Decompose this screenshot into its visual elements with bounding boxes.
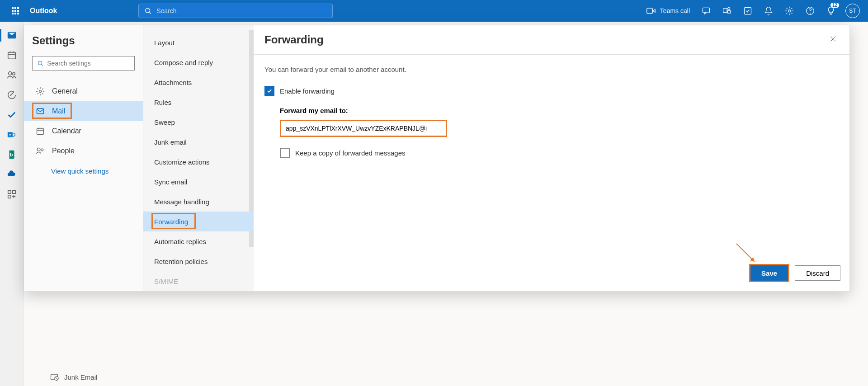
check-icon bbox=[266, 88, 273, 94]
svg-point-8 bbox=[788, 10, 791, 12]
mid-rules[interactable]: Rules bbox=[143, 92, 254, 112]
rail-mail-icon[interactable] bbox=[0, 25, 24, 45]
settings-icon[interactable] bbox=[779, 0, 799, 22]
svg-text:b: b bbox=[10, 152, 13, 157]
rail-todo-icon[interactable] bbox=[0, 105, 24, 125]
settings-search-box[interactable] bbox=[32, 56, 135, 71]
search-input[interactable] bbox=[156, 7, 327, 14]
forward-to-label: Forward my email to: bbox=[280, 107, 839, 114]
mid-sweep[interactable]: Sweep bbox=[143, 112, 254, 132]
close-icon bbox=[830, 35, 837, 42]
rail-people-icon[interactable] bbox=[0, 65, 24, 85]
settings-modal-overlay: Settings General Mail Calendar Peop bbox=[24, 25, 850, 372]
mid-forwarding[interactable]: Forwarding bbox=[143, 212, 254, 231]
rail-onedrive-icon[interactable] bbox=[0, 165, 24, 184]
svg-point-28 bbox=[38, 61, 42, 65]
calendar-icon bbox=[36, 127, 45, 136]
description-text: You can forward your email to another ac… bbox=[264, 66, 839, 73]
rail-apps-icon[interactable] bbox=[0, 184, 24, 204]
chat-icon[interactable] bbox=[696, 0, 716, 22]
save-button[interactable]: Save bbox=[749, 264, 789, 282]
nav-people[interactable]: People bbox=[32, 141, 135, 161]
nav-calendar[interactable]: Calendar bbox=[32, 121, 135, 141]
teams-icon[interactable] bbox=[717, 0, 737, 22]
header-bar: Outlook Teams call 12 ST bbox=[0, 0, 868, 22]
app-launcher-button[interactable] bbox=[5, 0, 26, 22]
svg-line-1 bbox=[150, 12, 151, 14]
svg-point-30 bbox=[39, 90, 42, 93]
rail-files-icon[interactable] bbox=[0, 85, 24, 105]
mid-attachments[interactable]: Attachments bbox=[143, 72, 254, 92]
app-name-label: Outlook bbox=[30, 7, 57, 15]
todo-icon[interactable] bbox=[738, 0, 758, 22]
mid-auto-replies[interactable]: Automatic replies bbox=[143, 231, 254, 251]
search-icon bbox=[144, 7, 152, 15]
mid-customize[interactable]: Customize actions bbox=[143, 152, 254, 172]
svg-point-6 bbox=[728, 8, 730, 10]
notifications-icon[interactable] bbox=[759, 0, 778, 22]
view-quick-settings-link[interactable]: View quick settings bbox=[51, 167, 135, 175]
enable-forwarding-label: Enable forwarding bbox=[280, 87, 335, 95]
enable-forwarding-checkbox[interactable] bbox=[264, 86, 274, 96]
keep-copy-row: Keep a copy of forwarded messages bbox=[280, 148, 839, 158]
tips-icon[interactable]: 12 bbox=[821, 0, 841, 22]
svg-point-10 bbox=[810, 13, 811, 14]
user-avatar[interactable]: ST bbox=[845, 4, 860, 18]
gear-icon bbox=[36, 87, 45, 96]
settings-title: Settings bbox=[32, 34, 135, 47]
waffle-icon bbox=[12, 7, 19, 14]
search-box[interactable] bbox=[138, 4, 333, 18]
right-header: Forwarding bbox=[254, 25, 849, 55]
background-junk-email: Junk Email bbox=[50, 372, 97, 381]
search-icon bbox=[37, 60, 43, 67]
people-icon bbox=[36, 146, 45, 155]
svg-rect-22 bbox=[8, 195, 11, 198]
settings-search-input[interactable] bbox=[47, 60, 130, 67]
right-content: You can forward your email to another ac… bbox=[254, 55, 849, 255]
teams-call-button[interactable]: Teams call bbox=[641, 7, 695, 14]
highlight-annotation bbox=[151, 213, 196, 229]
svg-rect-5 bbox=[723, 9, 727, 12]
svg-rect-7 bbox=[745, 8, 751, 14]
svg-rect-11 bbox=[8, 52, 16, 59]
mid-compose[interactable]: Compose and reply bbox=[143, 52, 254, 72]
rail-yammer-icon[interactable]: Y bbox=[0, 125, 24, 145]
help-icon[interactable] bbox=[800, 0, 820, 22]
forward-email-input[interactable] bbox=[280, 120, 447, 137]
enable-forwarding-row: Enable forwarding bbox=[264, 86, 839, 96]
settings-modal: Settings General Mail Calendar Peop bbox=[24, 25, 850, 292]
rail-calendar-icon[interactable] bbox=[0, 45, 24, 65]
nav-mail[interactable]: Mail bbox=[24, 101, 143, 121]
mid-junk[interactable]: Junk email bbox=[143, 132, 254, 152]
highlight-annotation bbox=[32, 103, 72, 119]
svg-point-37 bbox=[41, 149, 43, 151]
settings-right-panel: Forwarding You can forward your email to… bbox=[254, 25, 849, 291]
left-rail: Y b bbox=[0, 22, 24, 386]
close-button[interactable] bbox=[828, 33, 839, 46]
svg-line-29 bbox=[42, 65, 43, 66]
discard-button[interactable]: Discard bbox=[795, 265, 840, 281]
svg-marker-3 bbox=[653, 9, 655, 13]
svg-rect-32 bbox=[37, 128, 44, 134]
header-right: Teams call 12 ST bbox=[641, 0, 863, 22]
mid-layout[interactable]: Layout bbox=[143, 33, 254, 52]
panel-title: Forwarding bbox=[264, 33, 324, 46]
settings-left-panel: Settings General Mail Calendar Peop bbox=[24, 25, 143, 291]
mid-sync[interactable]: Sync email bbox=[143, 172, 254, 192]
mid-retention[interactable]: Retention policies bbox=[143, 251, 254, 271]
video-icon bbox=[646, 7, 656, 14]
svg-rect-21 bbox=[13, 191, 15, 193]
svg-point-0 bbox=[146, 8, 150, 13]
svg-rect-2 bbox=[647, 8, 653, 14]
nav-general[interactable]: General bbox=[32, 81, 135, 101]
mid-message-handling[interactable]: Message handling bbox=[143, 192, 254, 212]
svg-point-15 bbox=[9, 72, 12, 75]
svg-point-16 bbox=[13, 73, 15, 75]
mid-smime[interactable]: S/MIME bbox=[143, 271, 254, 291]
keep-copy-checkbox[interactable] bbox=[280, 148, 290, 158]
keep-copy-label: Keep a copy of forwarded messages bbox=[295, 149, 405, 157]
rail-bookings-icon[interactable]: b bbox=[0, 145, 24, 165]
tips-badge: 12 bbox=[830, 3, 839, 8]
settings-middle-panel: Layout Compose and reply Attachments Rul… bbox=[143, 25, 254, 291]
svg-rect-20 bbox=[8, 191, 11, 193]
